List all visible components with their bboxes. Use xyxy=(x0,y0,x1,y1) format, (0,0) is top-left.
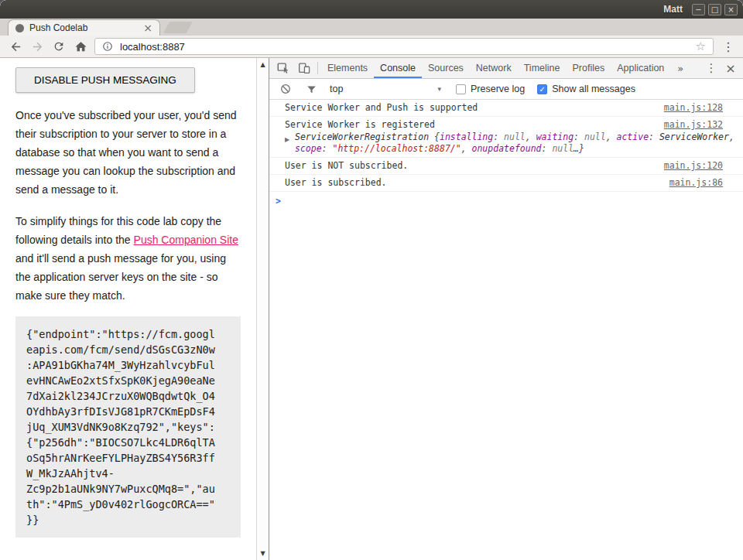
devtools-tab-console[interactable]: Console xyxy=(374,58,422,78)
device-toolbar-button[interactable] xyxy=(293,58,314,78)
devtools-tabbar-tabs: ElementsConsoleSourcesNetworkTimelinePro… xyxy=(321,58,670,78)
preserve-log-checkbox[interactable] xyxy=(456,84,466,94)
home-icon xyxy=(74,40,87,53)
tab-strip: Push Codelab × xyxy=(0,19,743,36)
filter-funnel-icon xyxy=(306,84,317,95)
expand-triangle-icon[interactable]: ▶ xyxy=(285,131,295,155)
browser-window: Matt − □ × Push Codelab × localhost:8887… xyxy=(0,0,743,560)
content-area: DISABLE PUSH MESSAGING Once you've subsc… xyxy=(0,58,743,560)
subscription-json-code: {"endpoint":"https://fcm.googl eapis.com… xyxy=(15,316,241,538)
devtools-tab-elements[interactable]: Elements xyxy=(321,58,374,78)
execution-context-value: top xyxy=(330,84,343,94)
console-source-link[interactable]: main.js:86 xyxy=(669,177,723,189)
console-message-text: Service Worker is registered xyxy=(285,119,655,131)
console-message: User is NOT subscribed.main.js:120 xyxy=(269,158,743,175)
show-all-messages-group[interactable]: ✓ Show all messages xyxy=(537,84,635,94)
devtools-tab-timeline[interactable]: Timeline xyxy=(518,58,567,78)
preserve-log-label: Preserve log xyxy=(471,84,525,94)
devtools-menu-icon[interactable]: ⋮ xyxy=(702,61,721,75)
tab-title: Push Codelab xyxy=(29,22,138,33)
console-toolbar: top ▾ Preserve log ✓ Show all messages xyxy=(269,79,743,100)
show-all-checkbox[interactable]: ✓ xyxy=(537,84,547,94)
close-button[interactable]: × xyxy=(724,4,738,15)
object-preview-text: ServiceWorkerRegistration {installing: n… xyxy=(295,131,737,155)
execution-context-select[interactable]: top ▾ xyxy=(327,84,443,94)
toolbar-divider xyxy=(317,62,318,74)
tab-close-icon[interactable]: × xyxy=(143,22,152,33)
console-message: Service Worker and Push is supportedmain… xyxy=(269,100,743,117)
minimize-button[interactable]: − xyxy=(692,4,705,15)
paragraph-companion-text-after: and it'll send a push message for you, u… xyxy=(15,252,226,302)
chevron-down-icon: ▾ xyxy=(437,85,441,93)
scroll-down-icon[interactable]: ▼ xyxy=(260,550,265,557)
titlebar[interactable]: Matt − □ × xyxy=(0,0,743,19)
console-message-text: Service Worker and Push is supported xyxy=(285,102,655,114)
devtools-tab-application[interactable]: Application xyxy=(611,58,670,78)
devtools-close-icon[interactable]: × xyxy=(721,61,741,76)
reload-button[interactable] xyxy=(48,36,70,56)
page-scrollbar[interactable]: ▲ ▼ xyxy=(256,58,269,560)
console-message: Service Worker is registeredmain.js:132▶… xyxy=(269,117,743,158)
forward-button[interactable] xyxy=(26,36,48,56)
paragraph-companion: To simplify things for this code lab cop… xyxy=(15,212,241,305)
browser-menu-icon[interactable]: ⋮ xyxy=(718,39,738,54)
preserve-log-group[interactable]: Preserve log xyxy=(456,84,525,94)
console-output: Service Worker and Push is supportedmain… xyxy=(269,100,743,560)
console-source-link[interactable]: main.js:132 xyxy=(664,119,723,131)
maximize-button[interactable]: □ xyxy=(708,4,721,15)
browser-toolbar: localhost:8887 ☆ ⋮ xyxy=(0,36,743,58)
back-icon xyxy=(9,40,22,53)
reload-icon xyxy=(53,40,65,53)
console-messages: Service Worker and Push is supportedmain… xyxy=(269,100,743,192)
tab-overflow-chevron[interactable]: » xyxy=(670,58,690,78)
filter-button[interactable] xyxy=(301,84,322,95)
console-message-text: User is NOT subscribed. xyxy=(285,160,655,172)
push-companion-site-link[interactable]: Push Companion Site xyxy=(134,234,238,246)
devtools-panel: ElementsConsoleSourcesNetworkTimelinePro… xyxy=(269,58,743,560)
clear-console-icon xyxy=(279,83,292,95)
info-icon[interactable] xyxy=(102,41,113,52)
devtools-tab-network[interactable]: Network xyxy=(470,58,518,78)
window-title: Matt xyxy=(663,4,683,15)
new-tab-button[interactable] xyxy=(163,22,193,33)
console-source-link[interactable]: main.js:128 xyxy=(664,102,723,114)
show-all-messages-label: Show all messages xyxy=(552,84,635,94)
paragraph-subscription: Once you've subscribed your user, you'd … xyxy=(15,106,241,199)
devtools-tabbar: ElementsConsoleSourcesNetworkTimelinePro… xyxy=(269,58,743,79)
forward-icon xyxy=(31,40,44,53)
console-prompt-chevron[interactable]: > xyxy=(269,192,743,207)
clear-console-button[interactable] xyxy=(275,83,296,95)
scroll-up-icon[interactable]: ▲ xyxy=(260,61,265,68)
disable-push-button[interactable]: DISABLE PUSH MESSAGING xyxy=(15,67,195,93)
web-page: DISABLE PUSH MESSAGING Once you've subsc… xyxy=(0,58,269,560)
inspect-element-button[interactable] xyxy=(272,58,293,78)
browser-tab[interactable]: Push Codelab × xyxy=(8,19,160,36)
console-message: User is subscribed.main.js:86 xyxy=(269,175,743,192)
console-message-text: User is subscribed. xyxy=(285,177,660,189)
back-button[interactable] xyxy=(5,36,26,56)
devtools-tab-profiles[interactable]: Profiles xyxy=(566,58,611,78)
tab-favicon-icon xyxy=(15,24,24,32)
devtools-tab-sources[interactable]: Sources xyxy=(422,58,470,78)
inspect-cursor-icon xyxy=(276,61,290,75)
bookmark-star-icon[interactable]: ☆ xyxy=(696,39,706,53)
console-source-link[interactable]: main.js:120 xyxy=(664,160,723,172)
home-button[interactable] xyxy=(70,36,91,56)
url-text[interactable]: localhost:8887 xyxy=(120,41,185,53)
address-bar[interactable]: localhost:8887 ☆ xyxy=(94,38,714,55)
device-toolbar-icon xyxy=(297,61,311,75)
